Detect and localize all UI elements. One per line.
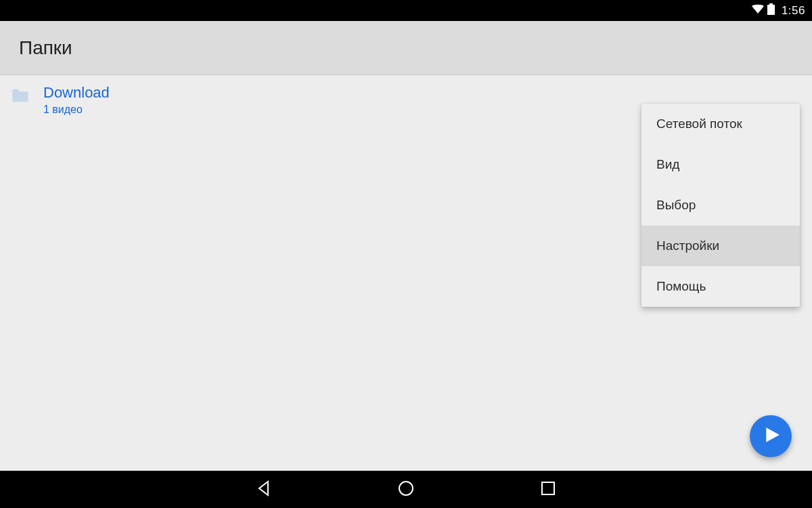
recent-apps-icon [540,480,556,499]
menu-item-help[interactable]: Помощь [641,266,800,307]
svg-rect-3 [542,482,554,494]
folder-item-text: Download 1 видео [43,83,110,116]
folder-title: Download [43,83,110,102]
app-bar: Папки [0,21,812,75]
folder-icon [11,87,30,104]
nav-recent-button[interactable] [538,480,558,500]
status-time: 1:56 [782,4,805,18]
overflow-menu: Сетевой поток Вид Выбор Настройки Помощь [641,104,800,307]
home-icon [397,480,415,500]
nav-home-button[interactable] [396,480,416,500]
nav-back-button[interactable] [254,480,274,500]
play-icon [761,426,781,446]
battery-icon [767,3,775,18]
page-title: Папки [19,37,72,59]
wifi-icon [751,3,765,18]
back-icon [255,480,273,500]
content-area: Download 1 видео Сетевой поток Вид Выбор… [0,75,812,471]
status-bar: 1:56 [0,0,812,21]
svg-point-2 [399,482,413,495]
play-fab[interactable] [750,415,792,457]
menu-item-settings[interactable]: Настройки [641,226,800,266]
svg-rect-1 [769,3,773,5]
folder-subtitle: 1 видео [43,104,110,116]
svg-rect-0 [767,5,775,15]
navigation-bar [0,471,812,508]
menu-item-select[interactable]: Выбор [641,185,800,226]
status-icons: 1:56 [751,3,805,18]
menu-item-view[interactable]: Вид [641,144,800,185]
menu-item-network-stream[interactable]: Сетевой поток [641,104,800,144]
